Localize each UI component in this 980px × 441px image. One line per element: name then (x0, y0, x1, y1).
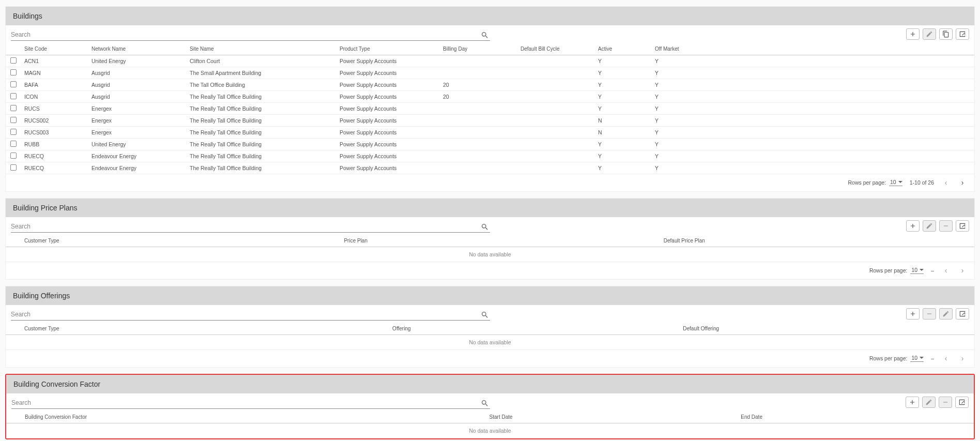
price-plans-search-wrap (11, 221, 490, 233)
edit-button[interactable] (923, 28, 936, 40)
col-default-bill[interactable]: Default Bill Cycle (517, 43, 595, 55)
no-data: No data available (6, 335, 974, 350)
cell-active: Y (595, 162, 652, 174)
export-button[interactable] (956, 308, 969, 320)
table-row[interactable]: MAGNAusgridThe Small Apartment BuildingP… (6, 67, 974, 79)
rows-per-page-select[interactable]: 10 (910, 266, 924, 274)
col-default-price-plan[interactable]: Default Price Plan (661, 235, 974, 247)
table-row[interactable]: RUCS002EnergexThe Really Tall Office Bui… (6, 115, 974, 127)
col-active[interactable]: Active (595, 43, 652, 55)
pager-range: – (931, 355, 934, 361)
table-row[interactable]: RUBBUnited EnergyThe Really Tall Office … (6, 139, 974, 150)
row-checkbox[interactable] (10, 93, 17, 99)
cell-site-name: The Tall Office Building (187, 79, 336, 91)
row-checkbox[interactable] (10, 153, 17, 159)
cell-off-market: Y (652, 115, 974, 127)
remove-button[interactable] (939, 220, 953, 232)
col-start-date[interactable]: Start Date (486, 411, 738, 423)
col-network-name[interactable]: Network Name (88, 43, 187, 55)
cell-product: Power Supply Accounts (336, 91, 440, 103)
cell-default-bc (517, 103, 595, 115)
pager-prev[interactable]: ‹ (941, 355, 951, 362)
price-plans-section: Building Price Plans Customer Type Price… (5, 198, 975, 280)
cell-default-bc (517, 67, 595, 79)
cell-active: N (595, 127, 652, 139)
cell-billing-day (440, 55, 517, 67)
table-row[interactable]: RUECQEndeavour EnergyThe Really Tall Off… (6, 162, 974, 174)
table-row[interactable]: ACN1United EnergyClifton CourtPower Supp… (6, 55, 974, 67)
rows-per-page-select[interactable]: 10 (889, 178, 902, 186)
row-checkbox[interactable] (10, 105, 17, 111)
pager-prev[interactable]: ‹ (941, 179, 951, 186)
add-button[interactable] (906, 28, 920, 40)
table-row[interactable]: RUCSEnergexThe Really Tall Office Buildi… (6, 103, 974, 115)
col-customer-type[interactable]: Customer Type (21, 323, 389, 335)
col-site-name[interactable]: Site Name (187, 43, 336, 55)
table-row[interactable]: RUECQEndeavour EnergyThe Really Tall Off… (6, 150, 974, 162)
edit-button[interactable] (939, 308, 953, 320)
remove-button[interactable] (939, 397, 952, 408)
export-button[interactable] (956, 220, 969, 232)
table-row[interactable]: ICONAusgridThe Really Tall Office Buildi… (6, 91, 974, 103)
add-button[interactable] (906, 220, 920, 232)
cell-site-name: The Really Tall Office Building (187, 139, 336, 150)
col-conversion-factor[interactable]: Building Conversion Factor (22, 411, 486, 423)
row-checkbox[interactable] (10, 69, 17, 75)
pager-range: 1-10 of 26 (910, 179, 934, 186)
cell-site-code: RUBB (21, 139, 88, 150)
table-row[interactable]: RUCS003EnergexThe Really Tall Office Bui… (6, 127, 974, 139)
offerings-table: Customer Type Offering Default Offering … (6, 323, 974, 350)
cell-off-market: Y (652, 91, 974, 103)
cell-site-name: The Small Apartment Building (187, 67, 336, 79)
export-button[interactable] (955, 397, 969, 408)
offerings-pager: Rows per page: 10 – ‹ › (6, 350, 974, 367)
cell-default-bc (517, 127, 595, 139)
cell-site-name: The Really Tall Office Building (187, 103, 336, 115)
col-product-type[interactable]: Product Type (336, 43, 440, 55)
col-price-plan[interactable]: Price Plan (341, 235, 660, 247)
row-checkbox[interactable] (10, 81, 17, 87)
edit-button[interactable] (923, 220, 936, 232)
cell-active: Y (595, 91, 652, 103)
cell-off-market: Y (652, 127, 974, 139)
row-checkbox[interactable] (10, 164, 17, 171)
search-icon (481, 223, 489, 231)
col-off-market[interactable]: Off Market (652, 43, 974, 55)
offerings-search-input[interactable] (11, 309, 490, 320)
conversion-factor-header: Building Conversion Factor (6, 375, 974, 393)
cell-billing-day (440, 150, 517, 162)
col-end-date[interactable]: End Date (738, 411, 974, 423)
add-button[interactable] (906, 397, 919, 408)
buildings-table: Site Code Network Name Site Name Product… (6, 43, 974, 174)
row-checkbox[interactable] (10, 117, 17, 123)
cell-product: Power Supply Accounts (336, 162, 440, 174)
col-customer-type[interactable]: Customer Type (21, 235, 341, 247)
cell-product: Power Supply Accounts (336, 55, 440, 67)
buildings-search-input[interactable] (11, 29, 490, 40)
col-site-code[interactable]: Site Code (21, 43, 88, 55)
col-billing-day[interactable]: Billing Day (440, 43, 517, 55)
row-checkbox[interactable] (10, 141, 17, 147)
pager-next[interactable]: › (958, 179, 967, 186)
col-default-offering[interactable]: Default Offering (680, 323, 974, 335)
price-plans-search-input[interactable] (11, 221, 490, 232)
offerings-search-wrap (11, 309, 490, 321)
edit-button[interactable] (922, 397, 936, 408)
cell-product: Power Supply Accounts (336, 103, 440, 115)
copy-button[interactable] (939, 28, 953, 40)
remove-button[interactable] (923, 308, 936, 320)
conversion-factor-search-input[interactable] (11, 397, 490, 408)
col-offering[interactable]: Offering (389, 323, 680, 335)
pager-next[interactable]: › (958, 267, 967, 274)
row-checkbox[interactable] (10, 129, 17, 135)
cell-active: Y (595, 55, 652, 67)
no-data: No data available (6, 247, 974, 262)
price-plans-header: Building Price Plans (6, 199, 974, 217)
row-checkbox[interactable] (10, 57, 17, 64)
export-button[interactable] (956, 28, 969, 40)
pager-next[interactable]: › (958, 355, 967, 362)
pager-prev[interactable]: ‹ (941, 267, 951, 274)
add-button[interactable] (906, 308, 920, 320)
table-row[interactable]: BAFAAusgridThe Tall Office BuildingPower… (6, 79, 974, 91)
rows-per-page-select[interactable]: 10 (910, 354, 924, 362)
